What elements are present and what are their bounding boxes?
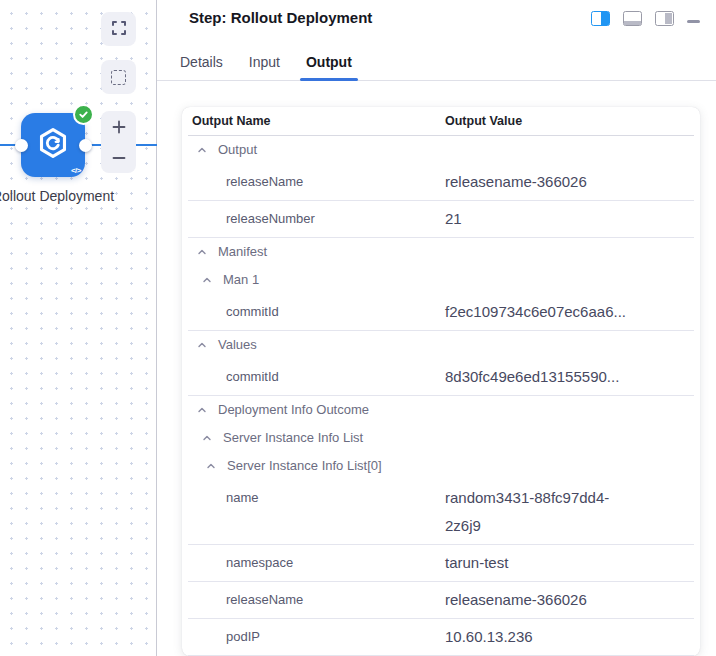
output-group-row[interactable]: Values bbox=[188, 331, 694, 359]
zoom-in-button[interactable] bbox=[101, 111, 136, 142]
output-group-label: Server Instance Info List bbox=[223, 424, 363, 452]
output-group-row[interactable]: Output bbox=[188, 136, 694, 164]
output-name: releaseName bbox=[188, 168, 445, 196]
zoom-in-icon bbox=[110, 118, 128, 136]
output-group-label: Values bbox=[218, 331, 257, 359]
layout-split-right-icon[interactable] bbox=[591, 11, 610, 26]
output-table-header: Output Name Output Value bbox=[188, 107, 694, 136]
output-value: random3431-88fc97dd4-2z6j9 bbox=[445, 484, 637, 540]
output-value: tarun-test bbox=[445, 549, 637, 577]
output-row: releaseNamereleasename-366026 bbox=[188, 164, 694, 201]
layout-bottom-icon[interactable] bbox=[623, 11, 642, 26]
tab-details[interactable]: Details bbox=[174, 53, 229, 80]
output-table-body: OutputreleaseNamereleasename-366026relea… bbox=[188, 136, 694, 656]
page-title: Step: Rollout Deployment bbox=[189, 9, 372, 26]
output-row: commitId8d30fc49e6ed13155590... bbox=[188, 359, 694, 396]
chevron-up-icon[interactable] bbox=[202, 433, 212, 443]
column-header-output-value: Output Value bbox=[445, 107, 694, 135]
output-value: releasename-366026 bbox=[445, 168, 637, 196]
code-indicator-icon: </> bbox=[71, 166, 81, 175]
output-group-row[interactable]: Man 1 bbox=[188, 266, 694, 294]
chevron-up-icon[interactable] bbox=[206, 461, 216, 471]
pipeline-step-view: </> Rollout Deployment Step: Rollout Dep… bbox=[0, 0, 716, 656]
output-name: commitId bbox=[188, 298, 445, 326]
output-table-card: Output Name Output Value OutputreleaseNa… bbox=[182, 107, 700, 656]
fullscreen-icon bbox=[111, 20, 127, 39]
output-row: namespacetarun-test bbox=[188, 545, 694, 582]
output-name: releaseNumber bbox=[188, 205, 445, 233]
node-label: Rollout Deployment bbox=[0, 186, 117, 207]
marquee-select-icon bbox=[111, 70, 126, 85]
rollout-step-icon bbox=[36, 126, 70, 164]
output-name: releaseName bbox=[188, 586, 445, 614]
marquee-select-button[interactable] bbox=[101, 60, 136, 94]
output-name: podIP bbox=[188, 623, 445, 651]
output-value: f2ec109734c6e07ec6aa6... bbox=[445, 298, 637, 326]
output-group-label: Output bbox=[218, 136, 257, 164]
chevron-up-icon[interactable] bbox=[197, 145, 207, 155]
column-header-output-name: Output Name bbox=[188, 107, 445, 135]
output-group-row[interactable]: Server Instance Info List bbox=[188, 424, 694, 452]
panel-layout-controls bbox=[591, 9, 700, 26]
minimize-icon[interactable] bbox=[687, 20, 700, 23]
output-row: podIP10.60.13.236 bbox=[188, 619, 694, 656]
output-group-label: Man 1 bbox=[223, 266, 259, 294]
chevron-up-icon[interactable] bbox=[197, 247, 207, 257]
tab-input[interactable]: Input bbox=[243, 53, 286, 80]
layout-right-drawer-icon[interactable] bbox=[655, 11, 674, 26]
output-value: 21 bbox=[445, 205, 637, 233]
pipeline-canvas[interactable]: </> Rollout Deployment bbox=[0, 0, 157, 656]
success-check-badge bbox=[73, 104, 94, 125]
output-group-row[interactable]: Manifest bbox=[188, 238, 694, 266]
output-name: commitId bbox=[188, 363, 445, 391]
zoom-out-button[interactable] bbox=[101, 142, 136, 173]
chevron-up-icon[interactable] bbox=[202, 275, 212, 285]
canvas-zoom-control bbox=[101, 111, 136, 173]
output-name: namespace bbox=[188, 549, 445, 577]
output-row: commitIdf2ec109734c6e07ec6aa6... bbox=[188, 294, 694, 331]
detail-tabs: DetailsInputOutput bbox=[157, 36, 716, 81]
output-group-row[interactable]: Server Instance Info List[0] bbox=[188, 452, 694, 480]
output-group-label: Deployment Info Outcome bbox=[218, 396, 369, 424]
zoom-out-icon bbox=[110, 149, 128, 167]
output-value: releasename-366026 bbox=[445, 586, 637, 614]
output-value: 10.60.13.236 bbox=[445, 623, 637, 651]
chevron-up-icon[interactable] bbox=[197, 340, 207, 350]
input-port[interactable] bbox=[15, 139, 28, 152]
panel-header: Step: Rollout Deployment bbox=[157, 0, 716, 36]
output-port[interactable] bbox=[79, 139, 92, 152]
output-row: namerandom3431-88fc97dd4-2z6j9 bbox=[188, 480, 694, 545]
fullscreen-button[interactable] bbox=[101, 12, 136, 46]
output-row: releaseNamereleasename-366026 bbox=[188, 582, 694, 619]
output-group-label: Manifest bbox=[218, 238, 267, 266]
tab-output[interactable]: Output bbox=[300, 53, 358, 80]
step-detail-panel: Step: Rollout Deployment DetailsInputOut… bbox=[157, 0, 716, 656]
output-group-label: Server Instance Info List[0] bbox=[227, 452, 382, 480]
output-value: 8d30fc49e6ed13155590... bbox=[445, 363, 637, 391]
output-name: name bbox=[188, 484, 445, 540]
step-node-rollout-deployment[interactable]: </> bbox=[21, 113, 85, 177]
output-group-row[interactable]: Deployment Info Outcome bbox=[188, 396, 694, 424]
chevron-up-icon[interactable] bbox=[197, 405, 207, 415]
output-row: releaseNumber21 bbox=[188, 201, 694, 238]
